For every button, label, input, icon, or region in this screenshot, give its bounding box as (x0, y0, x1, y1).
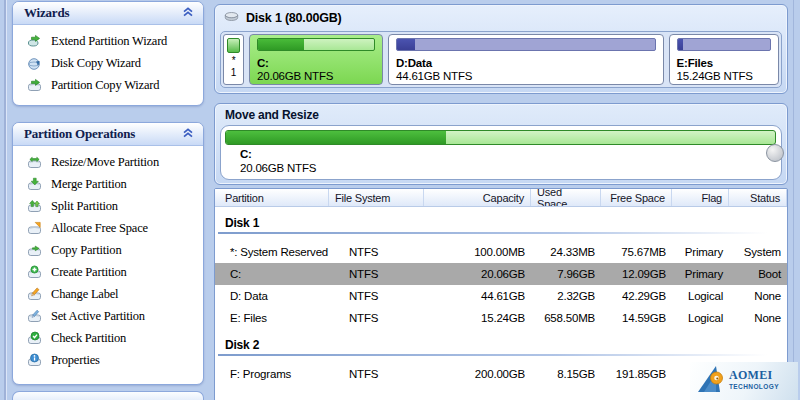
cell-partition: D: Data (215, 290, 329, 302)
sidebar-item-check-partition[interactable]: Check Partition (13, 327, 203, 349)
chevron-collapse-icon[interactable] (182, 126, 194, 142)
cell-free: 14.59GB (601, 312, 672, 324)
sidebar-panel-partial[interactable] (12, 391, 204, 400)
sidebar-item-create-partition[interactable]: Create Partition (13, 261, 203, 283)
disk-copy-wizard-icon (27, 56, 42, 71)
sidebar-item-extend-partition-wizard[interactable]: Extend Partition Wizard (13, 30, 203, 52)
sidebar-item-split-partition[interactable]: Split Partition (13, 195, 203, 217)
sidebar-item-properties[interactable]: Properties (13, 349, 203, 371)
sidebar-item-merge-partition[interactable]: Merge Partition (13, 173, 203, 195)
sidebar-item-label: Merge Partition (51, 177, 127, 192)
cell-fs: NTFS (329, 368, 424, 380)
resize-partition-size: 20.06GB NTFS (240, 162, 316, 174)
sidebar-item-label: Partition Copy Wizard (51, 78, 159, 93)
sidebar-item-label: Set Active Partition (51, 309, 145, 324)
partition-box-e-files[interactable]: E:Files15.24GB NTFS (669, 34, 779, 85)
sidebar-item-label: Split Partition (51, 199, 118, 214)
copy-partition-icon (27, 243, 42, 258)
column-header-capacity[interactable]: Capacity (424, 189, 531, 206)
sidebar-item-allocate-free-space[interactable]: Allocate Free Space (13, 217, 203, 239)
table-header-row: PartitionFile SystemCapacityUsed SpaceFr… (215, 189, 787, 207)
resize-move-partition-icon (27, 155, 42, 170)
cell-used: 658.50MB (531, 312, 601, 324)
disk-group-title: Disk 2 (215, 329, 787, 354)
chevron-collapse-icon[interactable] (182, 5, 194, 21)
brand-logo: AOMEI TECHNOLOGY (690, 362, 798, 400)
sidebar-item-label: Check Partition (51, 331, 126, 346)
wizards-panel-body: Extend Partition WizardDisk Copy WizardP… (13, 25, 203, 96)
partition-size: 44.61GB NTFS (396, 70, 656, 82)
sidebar-item-label: Properties (51, 353, 100, 368)
sidebar-item-label: Disk Copy Wizard (51, 56, 141, 71)
usage-fill (397, 39, 415, 50)
resize-partition-box[interactable]: C: 20.06GB NTFS (220, 125, 782, 180)
column-header-partition[interactable]: Partition (215, 189, 329, 206)
sidebar-item-disk-copy-wizard[interactable]: Disk Copy Wizard (13, 52, 203, 74)
cell-fs: NTFS (329, 290, 424, 302)
partition-operations-panel-body: Resize/Move PartitionMerge PartitionSpli… (13, 146, 203, 371)
partition-name: E:Files (677, 57, 771, 69)
table-row-e-files[interactable]: E: FilesNTFS15.24GB658.50MB14.59GBLogica… (215, 307, 787, 329)
usage-bar (227, 38, 240, 53)
column-header-status[interactable]: Status (729, 189, 787, 206)
sidebar-item-partition-copy-wizard[interactable]: Partition Copy Wizard (13, 74, 203, 96)
table-row-system-reserved[interactable]: *: System ReservedNTFS100.00MB24.33MB75.… (215, 241, 787, 263)
partition-box-system-reserved[interactable]: *1 (223, 34, 244, 85)
move-resize-panel: Move and Resize C: 20.06GB NTFS (214, 103, 788, 185)
cell-flag: Logical (672, 290, 729, 302)
partition-name: C: (257, 57, 375, 69)
window-right-edge (793, 0, 794, 400)
cell-used: 7.96GB (531, 268, 601, 280)
change-label-icon (27, 287, 42, 302)
disk-map-header: Disk 1 (80.00GB) (215, 5, 787, 25)
move-resize-title: Move and Resize (215, 104, 787, 122)
usage-bar (396, 38, 656, 51)
table-row-c[interactable]: C:NTFS20.06GB7.96GB12.09GBPrimaryBoot (215, 263, 787, 285)
cell-fs: NTFS (329, 246, 424, 258)
partition-operations-panel-header[interactable]: Partition Operations (13, 123, 203, 146)
cell-capacity: 44.61GB (424, 290, 531, 302)
cell-partition: C: (215, 268, 329, 280)
cell-flag: Primary (672, 268, 729, 280)
wizards-panel-header[interactable]: Wizards (13, 2, 203, 25)
sidebar-item-resize-move-partition[interactable]: Resize/Move Partition (13, 151, 203, 173)
logo-name: AOMEI (729, 370, 779, 381)
cell-capacity: 200.00GB (424, 368, 531, 380)
cell-status: None (729, 312, 787, 324)
resize-usage-bar (225, 130, 776, 145)
partition-copy-wizard-icon (27, 78, 42, 93)
usage-fill (258, 39, 304, 50)
partition-size: 15.24GB NTFS (677, 70, 771, 82)
cell-fs: NTFS (329, 312, 424, 324)
table-row-d-data[interactable]: D: DataNTFS44.61GB2.32GB42.29GBLogicalNo… (215, 285, 787, 307)
check-partition-icon (27, 331, 42, 346)
column-header-used-space[interactable]: Used Space (531, 189, 601, 206)
cell-free: 75.67MB (601, 246, 672, 258)
resize-handle[interactable] (766, 144, 784, 162)
allocate-free-space-icon (27, 221, 42, 236)
set-active-partition-icon (27, 309, 42, 324)
cell-partition: *: System Reserved (215, 246, 329, 258)
partition-box-d-data[interactable]: D:Data44.61GB NTFS (388, 34, 664, 85)
column-header-free-space[interactable]: Free Space (601, 189, 672, 206)
cell-capacity: 20.06GB (424, 268, 531, 280)
sidebar-item-copy-partition[interactable]: Copy Partition (13, 239, 203, 261)
sidebar-item-label: Create Partition (51, 265, 127, 280)
sidebar-item-change-label[interactable]: Change Label (13, 283, 203, 305)
partition-box-c[interactable]: C:20.06GB NTFS (249, 34, 383, 85)
usage-bar (677, 38, 771, 51)
disk-group-underline (218, 232, 784, 234)
cell-fs: NTFS (329, 268, 424, 280)
create-partition-icon (27, 265, 42, 280)
cell-used: 8.15GB (531, 368, 601, 380)
disk-title: Disk 1 (80.00GB) (246, 11, 341, 25)
sidebar-item-set-active-partition[interactable]: Set Active Partition (13, 305, 203, 327)
cell-partition: E: Files (215, 312, 329, 324)
split-partition-icon (27, 199, 42, 214)
column-header-flag[interactable]: Flag (672, 189, 729, 206)
partition-flag: * (232, 55, 236, 66)
column-header-file-system[interactable]: File System (329, 189, 424, 206)
cell-free: 12.09GB (601, 268, 672, 280)
merge-partition-icon (27, 177, 42, 192)
left-splitter[interactable] (4, 0, 7, 400)
